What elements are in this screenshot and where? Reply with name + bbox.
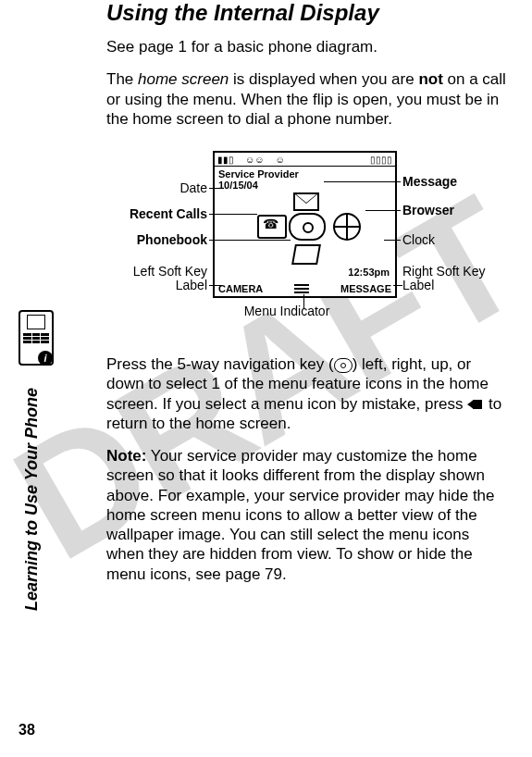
callout-recent-calls: Recent Calls [104,206,207,221]
callout-browser: Browser [402,203,454,217]
leader-line [365,210,401,211]
phone-illustration-icon: i [19,310,54,366]
signal-icon: ▮▮▯ [217,155,234,165]
term-not: not [418,70,442,88]
user-icon: ☺ [275,155,284,165]
page-number: 38 [19,722,35,738]
callout-phonebook: Phonebook [104,232,207,247]
intro-paragraph-2: The home screen is displayed when you ar… [106,69,509,129]
nav-key-glyph [334,358,353,373]
callout-message: Message [402,174,457,189]
service-provider-label: Service Provider [215,167,395,180]
callout-clock: Clock [402,232,435,247]
note-paragraph: Note: Your service provider may customiz… [106,446,509,584]
right-soft-key-label: MESSAGE [340,283,391,294]
term-home-screen: home screen [138,70,229,88]
leader-line [209,285,222,286]
leader-line [303,294,304,308]
nav-paragraph: Press the 5-way navigation key () left, … [106,354,509,433]
status-bar: ▮▮▯ ☺☺ ☺ ▯▯▯▯ [215,153,395,167]
leader-line [324,181,401,182]
note-label: Note: [106,447,146,465]
phone-screen: ▮▮▯ ☺☺ ☺ ▯▯▯▯ Service Provider 10/15/04 … [213,151,397,298]
leader-line [209,188,224,189]
leader-line [393,285,402,286]
message-icon [293,192,319,211]
nav-key-icon [289,213,326,241]
leader-line [209,214,257,215]
recent-calls-icon [257,215,287,239]
section-tab: Learning to Use Your Phone [22,388,42,611]
page-heading: Using the Internal Display [106,0,509,26]
back-key-glyph [467,397,484,412]
phonebook-icon [291,244,321,265]
callout-right-soft-key: Right Soft Key Label [402,265,509,293]
info-icon: i [38,351,53,366]
battery-icon: ▯▯▯▯ [370,155,392,165]
callout-left-soft-key: Left Soft Key Label [104,265,207,293]
browser-icon [333,213,361,241]
callout-date: Date [104,180,207,195]
people-icon: ☺☺ [245,155,264,165]
menu-indicator-icon [294,284,309,293]
left-soft-key-label: CAMERA [218,283,263,294]
intro-paragraph-1: See page 1 for a basic phone diagram. [106,37,509,56]
leader-line [209,240,291,241]
phone-display-diagram: ▮▮▯ ☺☺ ☺ ▯▯▯▯ Service Provider 10/15/04 … [106,142,509,336]
callout-menu-indicator: Menu Indicator [231,304,342,318]
clock-display: 12:53pm [348,267,390,278]
leader-line [384,240,401,241]
